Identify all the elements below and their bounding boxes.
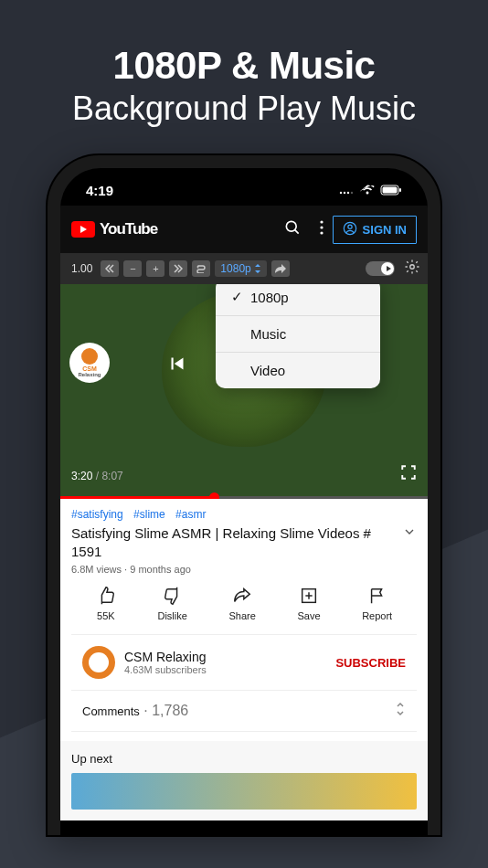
expand-icon <box>395 702 406 720</box>
current-time: 3:20 <box>71 470 92 482</box>
save-button[interactable]: Save <box>297 586 320 621</box>
promo-line-1: 1080P & Music <box>18 44 470 88</box>
loop-button[interactable] <box>192 260 210 277</box>
promo-line-2: Background Play Music <box>18 90 470 128</box>
previous-button[interactable] <box>165 352 189 379</box>
channel-watermark[interactable]: CSM Relaxing <box>69 343 110 383</box>
popover-item-video[interactable]: Video <box>216 353 380 388</box>
chevron-down-icon[interactable] <box>402 524 417 543</box>
status-time: 4:19 <box>86 183 113 198</box>
skip-forward-button[interactable] <box>169 260 187 277</box>
svg-point-10 <box>320 226 323 228</box>
more-icon[interactable] <box>311 215 333 244</box>
progress-fill <box>60 496 215 499</box>
gear-icon[interactable] <box>404 259 420 279</box>
popover-item-1080p[interactable]: ✓ 1080p <box>216 284 380 316</box>
comments-row[interactable]: Comments · 1,786 <box>71 691 417 732</box>
comments-label: Comments <box>82 704 140 718</box>
check-icon: ✓ <box>230 289 243 305</box>
subscribe-button[interactable]: SUBSCRIBE <box>335 656 406 670</box>
comments-count: 1,786 <box>152 703 188 718</box>
player-toolbar: 1.00 − + 1080p <box>60 253 428 284</box>
cellular-icon <box>338 183 355 198</box>
youtube-wordmark: YouTube <box>100 220 157 238</box>
like-count: 55K <box>97 610 115 621</box>
svg-rect-6 <box>399 188 401 192</box>
video-title: Satisfying Slime ASMR | Relaxing Slime V… <box>71 524 395 560</box>
report-button[interactable]: Report <box>362 586 392 621</box>
plus-button[interactable]: + <box>146 260 164 277</box>
dislike-label: Dislike <box>157 610 186 621</box>
up-next-section: Up next <box>60 741 428 820</box>
minus-button[interactable]: − <box>123 260 142 277</box>
popover-label: Music <box>250 326 286 342</box>
skip-back-button[interactable] <box>101 260 119 277</box>
svg-point-3 <box>351 192 353 194</box>
fullscreen-button[interactable] <box>400 464 417 484</box>
svg-point-14 <box>410 265 415 270</box>
share-forward-icon[interactable] <box>271 260 290 277</box>
svg-point-2 <box>347 192 349 194</box>
svg-point-13 <box>347 225 351 228</box>
duration: 8:07 <box>101 470 122 482</box>
video-meta: #satisfying #slime #asmr Satisfying Slim… <box>60 499 428 741</box>
popover-label: 1080p <box>250 290 289 305</box>
autoplay-toggle[interactable] <box>366 261 395 276</box>
share-button[interactable]: Share <box>228 586 255 621</box>
video-age: 9 months ago <box>130 564 191 575</box>
progress-bar[interactable] <box>60 496 428 499</box>
svg-point-1 <box>344 192 345 194</box>
save-label: Save <box>297 610 320 621</box>
up-next-label: Up next <box>71 752 417 766</box>
phone-screen: 4:19 YouTube <box>60 168 428 835</box>
popover-item-music[interactable]: Music <box>216 316 380 353</box>
view-count: 6.8M views <box>71 564 122 575</box>
up-next-thumbnail[interactable] <box>71 773 417 810</box>
svg-point-0 <box>340 192 342 194</box>
svg-rect-5 <box>383 187 398 194</box>
dislike-button[interactable]: Dislike <box>157 586 186 621</box>
channel-name: CSM Relaxing <box>124 650 335 664</box>
video-player[interactable]: CSM Relaxing ✓ 1080p Music Video <box>60 284 428 499</box>
subscriber-count: 4.63M subscribers <box>124 664 335 675</box>
quality-label: 1080p <box>220 262 250 275</box>
hashtags: #satisfying #slime #asmr <box>71 508 417 521</box>
playback-speed[interactable]: 1.00 <box>68 262 96 275</box>
sign-in-button[interactable]: SIGN IN <box>333 216 417 244</box>
report-label: Report <box>362 610 392 621</box>
sign-in-label: SIGN IN <box>363 223 407 237</box>
channel-avatar <box>82 646 115 679</box>
time-display: 3:20 / 8:07 <box>71 470 123 482</box>
svg-point-7 <box>286 221 296 231</box>
status-bar: 4:19 <box>60 168 428 206</box>
svg-line-8 <box>294 230 298 234</box>
youtube-logo[interactable]: YouTube <box>71 220 157 238</box>
share-label: Share <box>228 610 255 621</box>
phone-frame: 4:19 YouTube <box>48 155 440 835</box>
hashtag-link[interactable]: #asmr <box>175 508 206 521</box>
quality-selector[interactable]: 1080p <box>215 260 266 277</box>
search-icon[interactable] <box>274 213 311 246</box>
promo-headline: 1080P & Music Background Play Music <box>0 0 488 155</box>
popover-label: Video <box>250 363 285 378</box>
youtube-play-icon <box>71 221 95 238</box>
channel-row[interactable]: CSM Relaxing 4.63M subscribers SUBSCRIBE <box>71 635 417 691</box>
battery-icon <box>380 183 402 198</box>
hashtag-link[interactable]: #slime <box>133 508 165 521</box>
svg-point-9 <box>320 220 323 223</box>
hashtag-link[interactable]: #satisfying <box>71 508 123 521</box>
like-button[interactable]: 55K <box>96 586 116 621</box>
svg-point-11 <box>320 231 323 234</box>
video-stats: 6.8M views · 9 months ago <box>71 564 417 575</box>
action-bar: 55K Dislike Share Save Report <box>71 575 417 635</box>
person-icon <box>343 221 357 238</box>
quality-popover: ✓ 1080p Music Video <box>216 284 380 388</box>
wifi-icon <box>360 183 375 198</box>
app-header: YouTube SIGN IN <box>60 206 428 253</box>
